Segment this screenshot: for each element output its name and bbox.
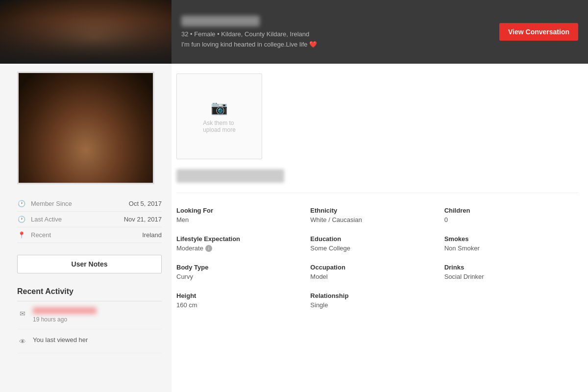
last-active-value: Nov 21, 2017 xyxy=(124,216,162,223)
looking-for-value: Men xyxy=(176,216,302,223)
camera-icon: 📷 xyxy=(211,99,228,116)
relationship-cell: Relationship Single xyxy=(310,286,444,315)
height-value: 160 cm xyxy=(176,301,302,309)
sidebar-profile-photo xyxy=(17,72,154,184)
user-notes-button[interactable]: User Notes xyxy=(17,255,162,273)
education-value: Some College xyxy=(310,245,436,252)
header-photo-image xyxy=(0,0,172,64)
details-grid: Looking For Men Ethnicity White / Caucas… xyxy=(176,201,578,315)
empty-cell xyxy=(444,286,578,315)
photo-upload-placeholder[interactable]: 📷 Ask them toupload more xyxy=(176,74,262,159)
looking-for-label: Looking For xyxy=(176,207,302,214)
body-type-label: Body Type xyxy=(176,264,302,271)
education-cell: Education Some College xyxy=(310,229,444,258)
clock-icon-2: 🕐 xyxy=(17,216,26,223)
lifestyle-label: Lifestyle Expectation xyxy=(176,235,302,243)
body-type-value: Curvy xyxy=(176,273,302,280)
clock-icon: 🕐 xyxy=(17,200,26,207)
ethnicity-value: White / Caucasian xyxy=(310,216,436,223)
occupation-value: Model xyxy=(310,273,436,280)
profile-bio: I'm fun loving kind hearted in college.L… xyxy=(181,41,480,48)
smokes-value: Non Smoker xyxy=(444,245,570,252)
body-type-cell: Body Type Curvy xyxy=(176,258,310,286)
relationship-label: Relationship xyxy=(310,292,436,299)
drinks-value: Social Drinker xyxy=(444,273,570,280)
drinks-cell: Drinks Social Drinker xyxy=(444,258,578,286)
member-since-value: Oct 5, 2017 xyxy=(129,200,162,207)
ethnicity-cell: Ethnicity White / Caucasian xyxy=(310,201,444,229)
member-since-label: Member Since xyxy=(31,200,129,207)
photo-placeholder-text: Ask them toupload more xyxy=(203,120,236,133)
header-photo-area xyxy=(0,0,172,64)
recent-activity-title: Recent Activity xyxy=(17,280,162,301)
activity-item-view: 👁 You last viewed her xyxy=(17,329,162,353)
profile-details: Looking For Men Ethnicity White / Caucas… xyxy=(176,193,578,315)
location-icon: 📍 xyxy=(17,231,26,239)
activity-name-blurred xyxy=(33,307,97,314)
activity-message-content: 19 hours ago xyxy=(33,307,162,323)
profile-meta: 32 • Female • Kildare, County Kildare, I… xyxy=(181,30,480,38)
last-active-row: 🕐 Last Active Nov 21, 2017 xyxy=(17,212,162,227)
height-cell: Height 160 cm xyxy=(176,286,310,315)
occupation-cell: Occupation Model xyxy=(310,258,444,286)
recent-value: Ireland xyxy=(142,231,162,239)
member-since-row: 🕐 Member Since Oct 5, 2017 xyxy=(17,196,162,212)
smokes-label: Smokes xyxy=(444,235,570,243)
smokes-cell: Smokes Non Smoker xyxy=(444,229,578,258)
sidebar-photo-image xyxy=(19,73,153,183)
drinks-label: Drinks xyxy=(444,264,570,271)
recent-label: Recent xyxy=(31,231,142,239)
relationship-value: Single xyxy=(310,301,436,309)
photo-grid: 📷 Ask them toupload more xyxy=(176,74,578,159)
view-conversation-button[interactable]: View Conversation xyxy=(499,23,578,41)
main-content: 🕐 Member Since Oct 5, 2017 🕐 Last Active… xyxy=(0,64,588,392)
recent-location-row: 📍 Recent Ireland xyxy=(17,227,162,243)
message-icon: ✉ xyxy=(17,308,28,319)
children-value: 0 xyxy=(444,216,570,223)
activity-item-message: ✉ 19 hours ago xyxy=(17,301,162,329)
activity-view-text: You last viewed her xyxy=(33,336,162,343)
recent-activity-section: Recent Activity ✉ 19 hours ago 👁 You las… xyxy=(17,280,162,353)
lifestyle-cell: Lifestyle Expectation Moderate i xyxy=(176,229,310,258)
activity-view-content: You last viewed her xyxy=(33,335,162,343)
last-active-label: Last Active xyxy=(31,216,124,223)
children-label: Children xyxy=(444,207,570,214)
lifestyle-info-icon[interactable]: i xyxy=(205,245,212,252)
height-label: Height xyxy=(176,292,302,299)
sidebar: 🕐 Member Since Oct 5, 2017 🕐 Last Active… xyxy=(0,64,172,392)
looking-for-cell: Looking For Men xyxy=(176,201,310,229)
occupation-label: Occupation xyxy=(310,264,436,271)
right-panel: 📷 Ask them toupload more Looking For Men… xyxy=(172,64,588,392)
profile-header: 32 • Female • Kildare, County Kildare, I… xyxy=(0,0,588,64)
profile-header-info: 32 • Female • Kildare, County Kildare, I… xyxy=(172,0,490,64)
profile-actions: View Conversation xyxy=(490,0,588,64)
education-label: Education xyxy=(310,235,436,243)
sidebar-stats: 🕐 Member Since Oct 5, 2017 🕐 Last Active… xyxy=(0,192,172,248)
page-wrapper: 32 • Female • Kildare, County Kildare, I… xyxy=(0,0,588,392)
profile-name-blurred xyxy=(181,16,260,26)
lifestyle-value: Moderate i xyxy=(176,245,302,252)
username-blurred-bar xyxy=(176,169,284,183)
children-cell: Children 0 xyxy=(444,201,578,229)
ethnicity-label: Ethnicity xyxy=(310,207,436,214)
eye-icon: 👁 xyxy=(17,336,28,347)
activity-time-1: 19 hours ago xyxy=(33,316,162,323)
